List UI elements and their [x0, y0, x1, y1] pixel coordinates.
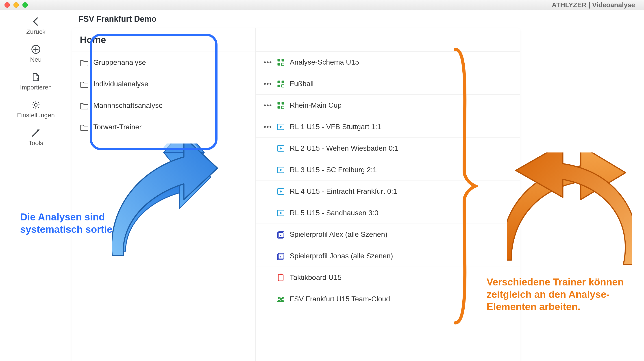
item-label: RL 3 U15 - SC Freiburg 2:1: [290, 166, 377, 174]
folder-label: Torwart-Trainer: [93, 123, 142, 131]
fullscreen-window-button[interactable]: [22, 2, 28, 8]
folder-row[interactable]: Torwart-Trainer: [72, 116, 256, 138]
sidebar-item-back[interactable]: Zurück: [26, 16, 46, 36]
item-row[interactable]: ••• Analyse-Schema U15: [256, 52, 444, 73]
item-row[interactable]: ••• Spielerprofil Alex (alle Szenen): [256, 224, 444, 245]
item-label: Taktikboard U15: [290, 273, 342, 282]
playlist-icon: [276, 230, 285, 239]
item-label: Spielerprofil Alex (alle Szenen): [290, 230, 388, 238]
sidebar-item-tools[interactable]: Tools: [28, 128, 43, 147]
folder-label: Gruppenanalyse: [93, 58, 146, 66]
folder-icon: [80, 58, 89, 67]
schema-icon: [276, 101, 285, 110]
window-title: ATHLYZER | Videoanalyse: [552, 1, 635, 9]
item-row[interactable]: ••• RL 5 U15 - Sandhausen 3:0: [256, 202, 444, 224]
item-row[interactable]: ••• RL 3 U15 - SC Freiburg 2:1: [256, 159, 444, 181]
folder-row[interactable]: Individualanalyse: [72, 73, 256, 95]
item-row[interactable]: ••• RL 1 U15 - VFB Stuttgart 1:1: [256, 116, 444, 138]
folders-column: Home Gruppenanalyse Individualanalyse Ma…: [72, 28, 256, 361]
item-label: RL 4 U15 - Eintracht Frankfurt 0:1: [290, 187, 397, 196]
annotation-text-blue: Die Analysen sind systematisch sortiert: [20, 211, 120, 236]
items-column: ••• Analyse-Schema U15 ••• Fußball ••• R…: [256, 28, 444, 361]
blank-row: [444, 224, 520, 245]
content-panel: Home Gruppenanalyse Individualanalyse Ma…: [72, 28, 520, 361]
sidebar-item-settings[interactable]: Einstellungen: [17, 100, 55, 119]
clipboard-icon: [276, 273, 285, 282]
item-label: Fußball: [290, 80, 314, 88]
back-icon: [31, 16, 41, 26]
schema-icon: [276, 58, 285, 67]
item-label: RL 1 U15 - VFB Stuttgart 1:1: [290, 123, 381, 131]
minimize-window-button[interactable]: [14, 2, 19, 8]
more-dots-icon[interactable]: •••: [264, 123, 272, 131]
more-dots-icon[interactable]: •••: [264, 102, 272, 109]
video-icon: [276, 208, 285, 218]
video-icon: [276, 166, 285, 174]
sidebar-item-import[interactable]: Importieren: [20, 72, 52, 91]
more-dots-icon[interactable]: •••: [264, 80, 272, 88]
folder-icon: [80, 123, 89, 132]
folder-label: Mannnschaftsanalyse: [93, 101, 163, 110]
video-icon: [276, 144, 285, 153]
item-row[interactable]: ••• FSV Frankfurt U15 Team-Cloud: [256, 288, 444, 310]
blank-row: [444, 138, 520, 159]
item-label: Spielerprofil Jonas (alle Szenen): [290, 252, 393, 260]
close-window-button[interactable]: [4, 2, 10, 8]
plus-circle-icon: [31, 44, 41, 54]
folder-row[interactable]: Gruppenanalyse: [72, 52, 256, 73]
schema-icon: [276, 80, 285, 88]
blank-row: [444, 94, 520, 116]
blank-row: [444, 116, 520, 138]
item-row[interactable]: ••• RL 2 U15 - Wehen Wiesbaden 0:1: [256, 138, 444, 159]
sidebar: Zurück Neu Importieren Einstellungen Too…: [0, 10, 72, 361]
sidebar-label: Importieren: [20, 84, 52, 91]
home-heading: Home: [72, 28, 256, 52]
item-label: RL 5 U15 - Sandhausen 3:0: [290, 209, 378, 217]
item-label: RL 2 U15 - Wehen Wiesbaden 0:1: [290, 144, 399, 152]
document-import-icon: [31, 72, 41, 82]
folder-icon: [80, 101, 89, 110]
item-row[interactable]: ••• Fußball: [256, 73, 444, 94]
item-row[interactable]: ••• Spielerprofil Jonas (alle Szenen): [256, 245, 444, 267]
traffic-lights: [4, 2, 28, 8]
item-label: Rhein-Main Cup: [290, 101, 342, 110]
annotation-text-orange: Verschiedene Trainer können zeitgleich a…: [486, 276, 630, 313]
sidebar-label: Zurück: [26, 28, 46, 36]
blank-row: [444, 52, 520, 73]
folder-icon: [80, 80, 89, 88]
blank-row: [444, 202, 520, 224]
playlist-icon: [276, 252, 285, 260]
sidebar-item-new[interactable]: Neu: [30, 44, 42, 63]
page-title: FSV Frankfurt Demo: [72, 14, 635, 24]
item-row[interactable]: ••• RL 4 U15 - Eintracht Frankfurt 0:1: [256, 181, 444, 202]
folder-label: Individualanalyse: [93, 80, 148, 88]
video-icon: [276, 187, 285, 196]
item-label: FSV Frankfurt U15 Team-Cloud: [290, 295, 390, 303]
blank-row: [444, 181, 520, 202]
blank-row: [444, 245, 520, 267]
folder-row[interactable]: Mannnschaftsanalyse: [72, 95, 256, 116]
item-label: Analyse-Schema U15: [290, 58, 359, 66]
tools-icon: [31, 128, 41, 138]
sidebar-label: Einstellungen: [17, 112, 55, 119]
item-row[interactable]: ••• Rhein-Main Cup: [256, 94, 444, 116]
blank-row: [444, 73, 520, 94]
team-icon: [276, 295, 285, 304]
window-titlebar: ATHLYZER | Videoanalyse: [0, 0, 644, 10]
sidebar-label: Tools: [28, 140, 43, 147]
more-dots-icon[interactable]: •••: [264, 58, 272, 66]
blank-row: [444, 159, 520, 181]
item-row[interactable]: ••• Taktikboard U15: [256, 267, 444, 288]
gear-icon: [31, 100, 41, 110]
video-icon: [276, 122, 285, 132]
sidebar-label: Neu: [30, 56, 42, 63]
